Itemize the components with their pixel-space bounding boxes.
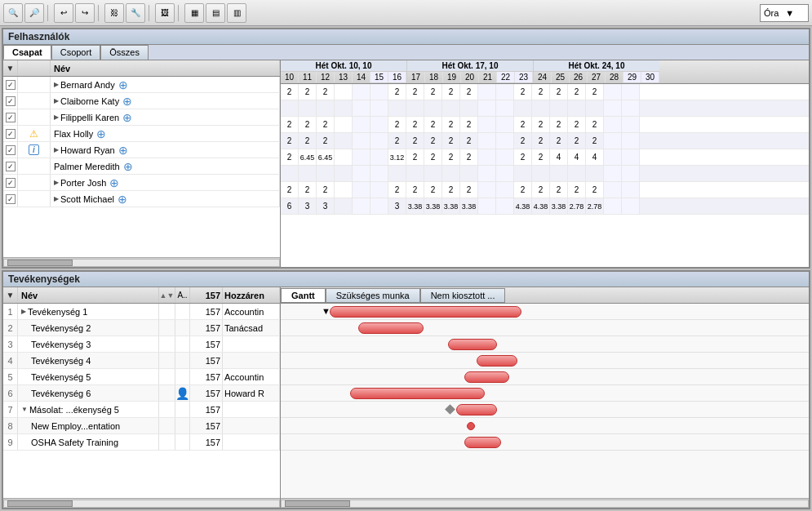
tab-osszes[interactable]: Összes (100, 45, 149, 60)
cal-cell: 4 (568, 149, 586, 165)
act-filter-icon[interactable]: ▼ (3, 287, 18, 303)
user-name-1: ▶Bernard Andy⊕ (51, 77, 280, 92)
act-hozzar-7 (223, 402, 280, 417)
cal-cell: 2 (586, 133, 604, 149)
cal-cell: 3.12 (388, 149, 406, 165)
gantt-hscroll-thumb[interactable] (285, 500, 350, 507)
gantt-tab-nem[interactable]: Nem kiosztott ... (420, 288, 506, 303)
view3-button[interactable]: ▥ (227, 3, 246, 23)
user-check-7[interactable] (3, 175, 18, 190)
users-hscroll[interactable] (3, 257, 280, 267)
act-amount-header: 157 (190, 287, 223, 303)
gantt-tab-szukseges[interactable]: Szükséges munka (326, 288, 420, 303)
cal-cell: 3.38 (460, 198, 478, 214)
cal-cell: 2 (442, 182, 460, 198)
act-row-8: 8 New Employ...entation 157 (3, 418, 280, 434)
cal-cell: 2 (586, 182, 604, 198)
gantt-area: Gantt Szükséges munka Nem kiosztott ... … (281, 287, 809, 508)
gantt-row-1-inner: ▼ (281, 304, 809, 319)
view2-button[interactable]: ▤ (206, 3, 225, 23)
act-sort-1 (159, 304, 175, 319)
cal-cell (478, 100, 496, 116)
act-sort-7 (159, 402, 175, 417)
activities-panel-title: Tevékenységek (3, 272, 809, 287)
users-hscroll-thumb[interactable] (7, 260, 73, 266)
user-check-8[interactable] (3, 191, 18, 207)
add-user-3[interactable]: ⊕ (122, 111, 135, 124)
view1-button[interactable]: ▦ (184, 3, 204, 23)
cal-cell: 2 (568, 182, 586, 198)
cal-cell: 2 (317, 84, 335, 100)
gantt-bar-3 (448, 339, 497, 350)
cal-cell: 2 (442, 117, 460, 132)
back-button[interactable]: ↩ (54, 3, 73, 23)
forward-button[interactable]: ↪ (75, 3, 95, 23)
search-button[interactable]: 🔍 (3, 3, 23, 23)
add-user-5[interactable]: ⊕ (118, 144, 131, 157)
cal-row-4: 222 22222 22222 (281, 133, 809, 149)
cal-cell: 2 (388, 133, 406, 149)
user-name-5: ▶Howard Ryan⊕ (51, 142, 280, 158)
cal-cell (478, 182, 496, 198)
cal-cell: 2 (532, 84, 550, 100)
act-num-2: 2 (3, 320, 18, 335)
gantt-row-4 (281, 353, 809, 369)
zoom-in-button[interactable]: 🔎 (24, 3, 44, 23)
day-23: 23 (515, 72, 533, 82)
act-row-6: 6 Tevékenység 6 👤 157 Howard R (3, 385, 280, 402)
user-check-3[interactable] (3, 109, 18, 125)
cal-cell: 2 (299, 117, 317, 132)
tab-csapat[interactable]: Csapat (3, 45, 51, 60)
link-button[interactable]: ⛓ (104, 3, 124, 23)
tool-button[interactable]: 🔧 (126, 3, 145, 23)
act-sort-8 (159, 418, 175, 433)
user-check-6[interactable] (3, 158, 18, 174)
gantt-bar-6 (350, 388, 485, 399)
cal-cell (604, 149, 622, 165)
ora-select[interactable]: Óra ▼ (760, 4, 809, 22)
tab-csoport[interactable]: Csoport (51, 45, 101, 60)
cal-cell: 2 (532, 149, 550, 165)
cal-cell (335, 84, 353, 100)
add-user-8[interactable]: ⊕ (118, 193, 131, 206)
ora-label: Óra (764, 8, 779, 18)
user-check-4[interactable] (3, 126, 18, 141)
cal-cell: 4 (586, 149, 604, 165)
user-check-1[interactable] (3, 77, 18, 92)
gantt-row-3 (281, 336, 809, 353)
add-user-1[interactable]: ⊕ (118, 78, 131, 91)
cal-cell (353, 166, 371, 181)
activities-hscroll[interactable] (3, 498, 280, 508)
gantt-dropdown-1[interactable]: ▼ (322, 306, 326, 316)
add-user-7[interactable]: ⊕ (109, 176, 122, 189)
cal-cell (371, 100, 388, 116)
cal-cell: 2.78 (586, 198, 604, 214)
add-user-6[interactable]: ⊕ (123, 160, 136, 173)
cal-cell: 2 (424, 133, 442, 149)
cal-cell (622, 117, 640, 132)
act-row-9: 9 OSHA Safety Training 157 (3, 434, 280, 451)
cal-cell: 2 (586, 84, 604, 100)
week-label-1: Hét Okt. 10, 10 (281, 60, 406, 72)
user-check-2[interactable] (3, 93, 18, 109)
day-18: 18 (425, 72, 443, 82)
filter-icon[interactable]: ▼ (3, 60, 18, 76)
act-assign-6: 👤 (175, 385, 190, 401)
gantt-hscroll[interactable] (281, 498, 809, 508)
cal-cell (532, 166, 550, 181)
user-icons-4: ⚠ (18, 126, 51, 141)
add-user-2[interactable]: ⊕ (122, 95, 135, 108)
toolbar-separator-1 (47, 5, 51, 21)
cal-cell: 2 (460, 84, 478, 100)
cal-cell (514, 166, 532, 181)
activities-hscroll-thumb[interactable] (7, 500, 73, 507)
gantt-row-9 (281, 434, 809, 451)
act-amount-9: 157 (190, 434, 223, 450)
image-button[interactable]: 🖼 (155, 3, 175, 23)
gantt-tab-gantt[interactable]: Gantt (281, 288, 326, 303)
add-user-4[interactable]: ⊕ (96, 127, 109, 140)
user-name-4: Flax Holly⊕ (51, 126, 280, 141)
user-check-5[interactable] (3, 142, 18, 158)
act-sort-btn[interactable]: ▲▼ (159, 287, 175, 303)
cal-cell: 2 (281, 133, 299, 149)
